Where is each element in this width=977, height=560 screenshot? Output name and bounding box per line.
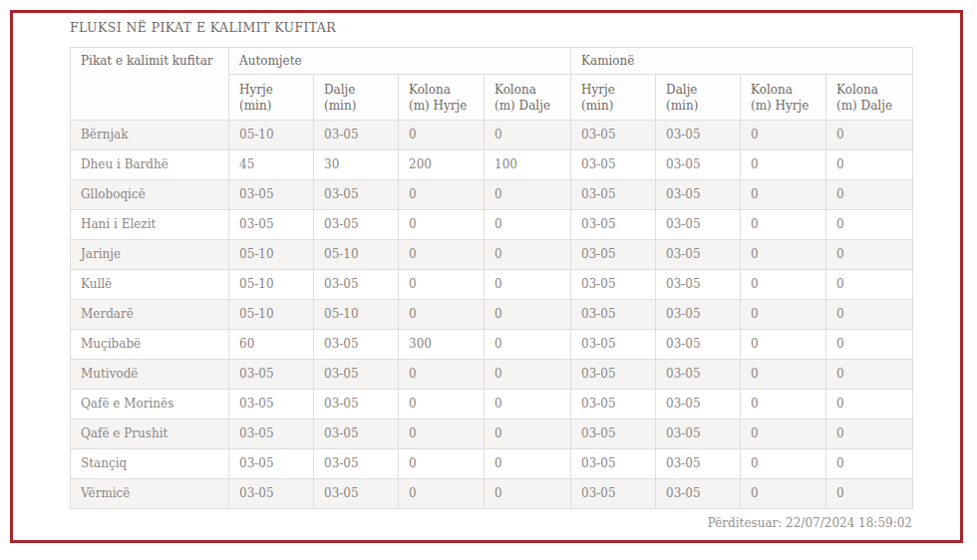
value-cell: 03-05 — [656, 449, 741, 479]
value-cell: 0 — [485, 449, 571, 479]
crossing-point-name: Qafë e Morinës — [71, 390, 229, 420]
crossing-point-name: Qafë e Prushit — [71, 420, 229, 449]
value-cell: 03-05 — [571, 330, 656, 360]
value-cell: 0 — [741, 150, 826, 180]
value-cell: 05-10 — [314, 240, 399, 270]
value-cell: 0 — [826, 479, 913, 509]
value-cell: 03-05 — [571, 420, 656, 449]
crossing-point-name: Dheu i Bardhë — [71, 150, 229, 180]
value-cell: 0 — [741, 121, 826, 150]
table-body: Bërnjak05-1003-050003-0503-0500Dheu i Ba… — [71, 121, 913, 509]
table-row: Vërmicë03-0503-050003-0503-0500 — [71, 479, 913, 509]
value-cell: 45 — [229, 150, 314, 180]
value-cell: 05-10 — [229, 240, 314, 270]
column-header-kamione-kolona-dalje: Kolona (m) Dalje — [826, 75, 913, 121]
value-cell: 0 — [826, 240, 913, 270]
value-cell: 0 — [399, 390, 485, 420]
column-header-automjete-kolona-hyrje: Kolona (m) Hyrje — [399, 75, 485, 121]
value-cell: 0 — [399, 210, 485, 240]
value-cell: 05-10 — [229, 121, 314, 150]
value-cell: 03-05 — [656, 150, 741, 180]
table-row: Bërnjak05-1003-050003-0503-0500 — [71, 121, 913, 150]
value-cell: 100 — [485, 150, 571, 180]
column-header-automjete-kolona-dalje: Kolona (m) Dalje — [485, 75, 571, 121]
value-cell: 0 — [485, 360, 571, 390]
value-cell: 03-05 — [656, 210, 741, 240]
value-cell: 0 — [741, 270, 826, 300]
value-cell: 03-05 — [571, 180, 656, 210]
page-content: FLUKSI NË PIKAT E KALIMIT KUFITAR Pikat … — [13, 13, 960, 531]
value-cell: 0 — [741, 300, 826, 330]
page-frame: FLUKSI NË PIKAT E KALIMIT KUFITAR Pikat … — [10, 10, 963, 543]
value-cell: 03-05 — [571, 390, 656, 420]
value-cell: 03-05 — [656, 121, 741, 150]
value-cell: 03-05 — [229, 210, 314, 240]
value-cell: 05-10 — [229, 270, 314, 300]
value-cell: 0 — [399, 360, 485, 390]
value-cell: 0 — [826, 420, 913, 449]
value-cell: 03-05 — [229, 449, 314, 479]
crossing-point-name: Stançiq — [71, 449, 229, 479]
value-cell: 0 — [826, 210, 913, 240]
value-cell: 0 — [826, 121, 913, 150]
table-row: Mutivodë03-0503-050003-0503-0500 — [71, 360, 913, 390]
value-cell: 03-05 — [314, 121, 399, 150]
table-row: Merdarë05-1005-100003-0503-0500 — [71, 300, 913, 330]
border-flow-table: Pikat e kalimit kufitar Automjete Kamion… — [70, 47, 913, 509]
value-cell: 0 — [485, 420, 571, 449]
value-cell: 03-05 — [314, 449, 399, 479]
value-cell: 0 — [741, 240, 826, 270]
value-cell: 03-05 — [314, 479, 399, 509]
value-cell: 03-05 — [314, 360, 399, 390]
value-cell: 03-05 — [656, 420, 741, 449]
value-cell: 0 — [485, 180, 571, 210]
value-cell: 03-05 — [656, 479, 741, 509]
column-header-kamione-dalje: Dalje (min) — [656, 75, 741, 121]
value-cell: 03-05 — [656, 390, 741, 420]
value-cell: 0 — [399, 240, 485, 270]
value-cell: 03-05 — [571, 150, 656, 180]
value-cell: 200 — [399, 150, 485, 180]
value-cell: 03-05 — [571, 210, 656, 240]
crossing-point-name: Hani i Elezit — [71, 210, 229, 240]
value-cell: 03-05 — [656, 330, 741, 360]
table-row: Qafë e Morinës03-0503-050003-0503-0500 — [71, 390, 913, 420]
value-cell: 0 — [826, 270, 913, 300]
updated-timestamp: Përditesuar: 22/07/2024 18:59:02 — [70, 516, 912, 531]
value-cell: 0 — [485, 300, 571, 330]
table-header: Pikat e kalimit kufitar Automjete Kamion… — [71, 48, 913, 121]
table-row: Dheu i Bardhë453020010003-0503-0500 — [71, 150, 913, 180]
value-cell: 0 — [826, 449, 913, 479]
value-cell: 03-05 — [314, 180, 399, 210]
value-cell: 03-05 — [656, 360, 741, 390]
value-cell: 0 — [399, 270, 485, 300]
value-cell: 03-05 — [656, 300, 741, 330]
value-cell: 0 — [741, 420, 826, 449]
column-header-automjete-hyrje: Hyrje (min) — [229, 75, 314, 121]
value-cell: 03-05 — [314, 390, 399, 420]
value-cell: 0 — [741, 330, 826, 360]
value-cell: 0 — [399, 479, 485, 509]
value-cell: 03-05 — [229, 390, 314, 420]
value-cell: 03-05 — [229, 479, 314, 509]
value-cell: 0 — [741, 390, 826, 420]
crossing-point-name: Glloboqicë — [71, 180, 229, 210]
value-cell: 0 — [741, 360, 826, 390]
value-cell: 0 — [399, 300, 485, 330]
value-cell: 60 — [229, 330, 314, 360]
crossing-point-name: Vërmicë — [71, 479, 229, 509]
value-cell: 0 — [826, 150, 913, 180]
table-row: Jarinje05-1005-100003-0503-0500 — [71, 240, 913, 270]
value-cell: 03-05 — [571, 240, 656, 270]
value-cell: 03-05 — [571, 449, 656, 479]
value-cell: 300 — [399, 330, 485, 360]
value-cell: 03-05 — [314, 330, 399, 360]
column-header-automjete-dalje: Dalje (min) — [314, 75, 399, 121]
value-cell: 0 — [741, 180, 826, 210]
value-cell: 0 — [826, 390, 913, 420]
value-cell: 03-05 — [656, 180, 741, 210]
value-cell: 0 — [826, 180, 913, 210]
table-row: Qafë e Prushit03-0503-050003-0503-0500 — [71, 420, 913, 449]
value-cell: 03-05 — [571, 479, 656, 509]
value-cell: 03-05 — [314, 420, 399, 449]
